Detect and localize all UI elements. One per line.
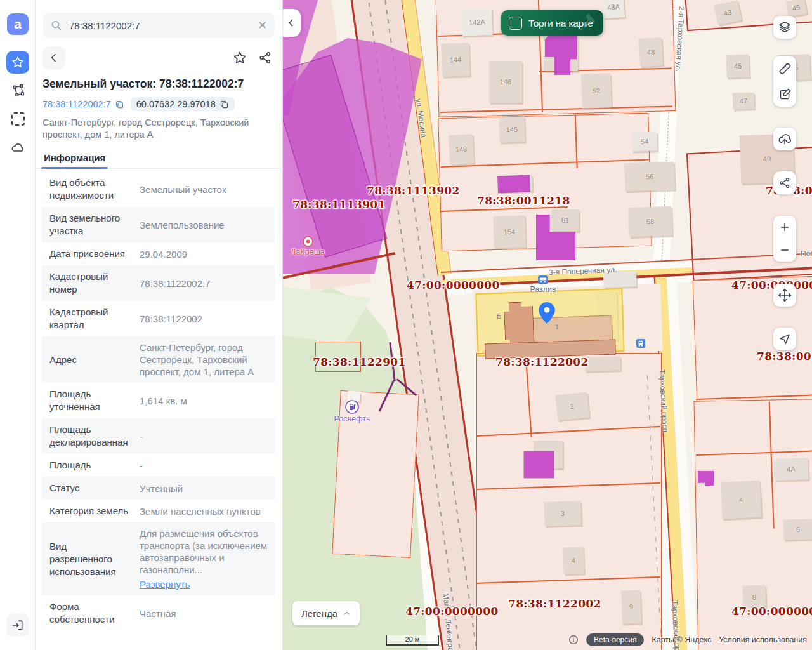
shop-icon [303, 236, 313, 247]
building-number: 154 [504, 228, 516, 236]
poi-transit[interactable] [636, 339, 645, 348]
info-value: Санкт-Петербург, город Сестрорецк, Тархо… [140, 342, 270, 378]
search-input[interactable] [68, 20, 258, 32]
sidebar-item-select-area[interactable] [6, 107, 29, 130]
favorite-star-button[interactable] [233, 51, 247, 65]
share-map-button[interactable] [773, 171, 796, 194]
building: 9 [621, 590, 641, 623]
map-copyright[interactable]: Карты © Яндекс [652, 635, 711, 644]
info-icon[interactable] [568, 635, 579, 645]
sidebar-item-measure[interactable] [6, 79, 29, 102]
back-button[interactable] [43, 46, 65, 69]
share-button[interactable] [258, 51, 272, 65]
cadastral-label: 78:38:1122002 [495, 355, 589, 368]
pan-button[interactable] [773, 284, 796, 307]
building-number: 49 [763, 155, 771, 162]
info-value: Землепользование [140, 219, 270, 231]
locate-me-button[interactable] [773, 328, 796, 350]
draw-tools-group [773, 56, 796, 107]
info-row: Площадь декларированная- [42, 418, 275, 454]
map-label: Б [497, 312, 501, 320]
info-row: СтатусУчтенный [42, 477, 275, 500]
info-label: Вид объекта недвижимости [49, 176, 131, 202]
info-value: 29.04.2009 [140, 248, 270, 260]
info-row: Площадь- [42, 454, 275, 477]
building: 145 [499, 116, 525, 142]
edit-button[interactable] [778, 88, 792, 101]
sidebar-item-favorites[interactable] [6, 51, 29, 74]
zoom-in-button[interactable] [779, 222, 790, 233]
cadastral-label: 47:00:0000000 [731, 605, 812, 618]
info-row: Дата присвоения29.04.2009 [42, 242, 275, 265]
star-icon [11, 56, 24, 69]
info-row: Категория земельЗемли населенных пунктов [42, 500, 275, 522]
poi-label: Разлив [530, 285, 556, 294]
legend-label: Легенда [301, 608, 337, 619]
info-row: Кадастровый номер78:38:1122002:7 [42, 265, 275, 301]
building-number: 4А [787, 465, 796, 473]
coordinates-chip[interactable]: 60.07632 29.97018 [131, 97, 235, 111]
cadastral-number-link[interactable]: 78:38:1122002:7 [43, 99, 111, 109]
chips-row: 78:38:1122002:7 60.07632 29.97018 [43, 97, 275, 111]
building-number: 48 [647, 48, 655, 56]
sidebar-item-exit[interactable] [6, 614, 29, 637]
building-number: 144 [450, 56, 462, 64]
terms-link[interactable]: Условия использования [719, 635, 807, 644]
info-label: Площадь [49, 459, 131, 472]
building-number: 45 [734, 62, 742, 70]
panel-header [43, 46, 272, 69]
search-bar: ✕ [43, 13, 275, 38]
checkbox-icon[interactable] [509, 17, 522, 30]
info-label: Категория земель [49, 505, 131, 517]
info-label: Кадастровый квартал [49, 306, 131, 331]
upload-button[interactable] [773, 128, 796, 150]
layers-button[interactable] [773, 16, 796, 39]
info-value: - [140, 460, 270, 472]
legend-button[interactable]: Легенда [292, 601, 360, 625]
building: 142А [461, 8, 492, 36]
copy-icon[interactable] [219, 100, 229, 109]
clear-search-icon[interactable]: ✕ [258, 20, 267, 31]
toggle-label: Торги на карте [528, 18, 593, 29]
info-row: АдресСанкт-Петербург, город Сестрорецк, … [42, 336, 275, 383]
cadastral-label: 78:38:1122901 [313, 355, 406, 368]
building-number: 4 [739, 496, 743, 503]
collapse-panel-button[interactable] [282, 9, 301, 37]
polygon-icon [11, 84, 25, 97]
building: 58 [628, 206, 672, 237]
poi-fuel-rosneft[interactable]: Роснефть [333, 400, 371, 423]
auctions-on-map-toggle[interactable]: Торги на карте [501, 10, 603, 36]
building-number: 61 [561, 216, 569, 224]
expand-link[interactable]: Развернуть [140, 578, 270, 590]
info-value: 1,614 кв. м [140, 395, 270, 407]
zoom-controls [773, 216, 796, 262]
info-label: Площадь декларированная [49, 423, 131, 449]
app-logo[interactable]: a [7, 13, 29, 35]
street-label: Поперечная ул. [801, 247, 812, 258]
copy-icon[interactable] [115, 100, 124, 109]
cadastral-number-chip[interactable]: 78:38:1122002:7 [43, 99, 124, 109]
cadastral-label: 78:38:0011218 [477, 194, 570, 207]
poi-station[interactable]: Разлив [525, 275, 561, 294]
building: 48 [639, 37, 663, 67]
fuel-station-icon [345, 400, 359, 414]
poi-shop-lakresha[interactable]: ЛаКреша [289, 236, 327, 256]
building: 61 [551, 209, 579, 231]
info-label: Форма собственности [49, 600, 131, 626]
chevron-up-icon [343, 609, 351, 618]
cadastral-map[interactable]: 142А14414614514815215448А504852545658614… [282, 0, 812, 650]
ruler-button[interactable] [778, 62, 792, 76]
transit-icon [636, 339, 645, 348]
object-panel: ✕ Земельный участок: 78:38:1122002:7 78:… [35, 0, 283, 650]
sidebar-item-layers-cloud[interactable] [6, 136, 29, 159]
building-number: 45 [792, 3, 801, 12]
sidebar-rail: a [0, 0, 36, 650]
tab-information[interactable]: Информация [43, 149, 107, 168]
building: 144 [441, 43, 470, 77]
building: 54 [631, 131, 657, 151]
building-number: 52 [593, 87, 601, 95]
info-value: Для размещения объектов транспорта (за и… [140, 527, 270, 590]
tab-bar: Информация [35, 149, 282, 169]
zoom-out-button[interactable] [779, 244, 790, 256]
info-label: Вид разрешенного использования [49, 540, 131, 578]
